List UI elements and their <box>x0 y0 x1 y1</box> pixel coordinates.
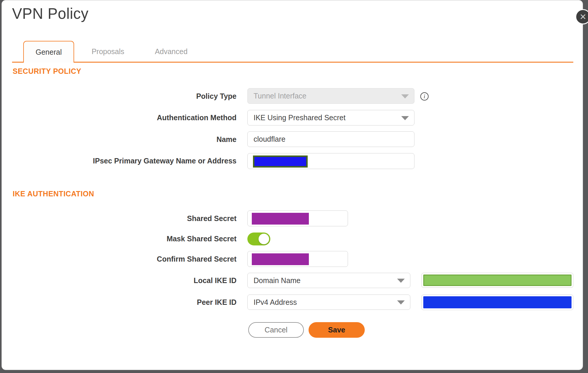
close-icon: ✕ <box>579 12 586 22</box>
shared-secret-label: Shared Secret <box>2 214 236 223</box>
gateway-input[interactable] <box>247 153 414 169</box>
shared-secret-input[interactable] <box>247 210 348 226</box>
info-icon-glyph: i <box>424 93 425 100</box>
save-button-label: Save <box>328 326 345 334</box>
chevron-down-icon <box>397 300 405 305</box>
vpn-policy-dialog: VPN Policy General Proposals Advanced SE… <box>1 0 583 370</box>
tab-general-label: General <box>36 48 62 56</box>
confirm-shared-secret-input[interactable] <box>247 251 348 267</box>
page-title: VPN Policy <box>12 5 89 22</box>
peer-ike-id-type: IPv4 Address <box>254 298 297 307</box>
chevron-down-icon <box>401 94 409 98</box>
chevron-down-icon <box>397 279 405 283</box>
security-policy-heading: SECURITY POLICY <box>13 67 81 76</box>
confirm-shared-secret-redaction-box <box>252 253 309 265</box>
policy-type-select: Tunnel Interface <box>247 88 414 104</box>
name-label: Name <box>2 135 236 144</box>
tab-advanced[interactable]: Advanced <box>142 41 201 62</box>
ike-authentication-heading: IKE AUTHENTICATION <box>13 190 94 198</box>
confirm-shared-secret-label: Confirm Shared Secret <box>2 254 236 264</box>
local-ike-id-value-input[interactable] <box>422 273 573 288</box>
auth-method-select[interactable]: IKE Using Preshared Secret <box>247 110 414 126</box>
toggle-knob <box>259 234 269 244</box>
tab-general[interactable]: General <box>23 41 74 63</box>
cancel-button-label: Cancel <box>265 326 288 334</box>
auth-method-value: IKE Using Preshared Secret <box>254 113 346 122</box>
peer-ike-id-select[interactable]: IPv4 Address <box>247 295 410 310</box>
save-button[interactable]: Save <box>309 322 365 338</box>
peer-ike-id-value-input[interactable] <box>422 295 573 310</box>
mask-shared-secret-label: Mask Shared Secret <box>2 234 236 243</box>
auth-method-label: Authentication Method <box>2 113 236 122</box>
info-icon[interactable]: i <box>420 92 429 101</box>
tab-advanced-label: Advanced <box>155 47 187 56</box>
policy-type-label: Policy Type <box>2 91 236 101</box>
shared-secret-redaction-box <box>252 213 309 225</box>
peer-ike-id-redaction-box <box>423 296 572 308</box>
name-value: cloudflare <box>254 135 285 143</box>
close-button[interactable]: ✕ <box>575 9 588 24</box>
chevron-down-icon <box>401 116 409 120</box>
tab-proposals[interactable]: Proposals <box>79 41 137 62</box>
peer-ike-id-label: Peer IKE ID <box>2 297 236 307</box>
local-ike-id-type: Domain Name <box>254 276 301 285</box>
tab-underline <box>12 62 573 63</box>
gateway-label: IPsec Primary Gateway Name or Address <box>2 156 236 165</box>
local-ike-id-redaction-box <box>423 275 572 286</box>
gateway-redaction-box <box>253 155 308 168</box>
local-ike-id-select[interactable]: Domain Name <box>247 273 410 288</box>
screen: VPN Policy General Proposals Advanced SE… <box>0 0 588 373</box>
name-input[interactable]: cloudflare <box>247 131 414 147</box>
mask-shared-secret-toggle[interactable] <box>247 233 270 245</box>
local-ike-id-label: Local IKE ID <box>2 276 236 285</box>
cancel-button[interactable]: Cancel <box>248 322 304 338</box>
policy-type-value: Tunnel Interface <box>254 92 307 100</box>
tab-proposals-label: Proposals <box>91 47 124 56</box>
